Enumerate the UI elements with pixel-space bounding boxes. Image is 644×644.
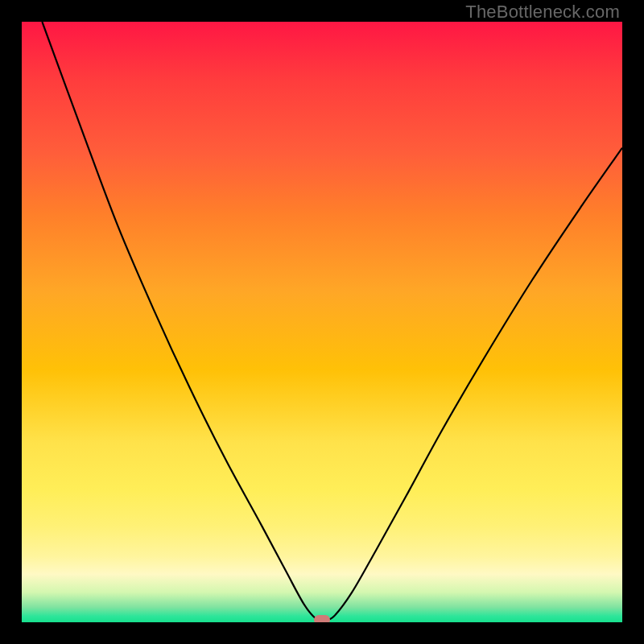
plot-area (22, 22, 622, 622)
optimum-marker (314, 615, 330, 622)
watermark-text: TheBottleneck.com (465, 2, 620, 23)
bottleneck-curve (22, 22, 622, 622)
chart-frame: TheBottleneck.com (0, 0, 644, 644)
